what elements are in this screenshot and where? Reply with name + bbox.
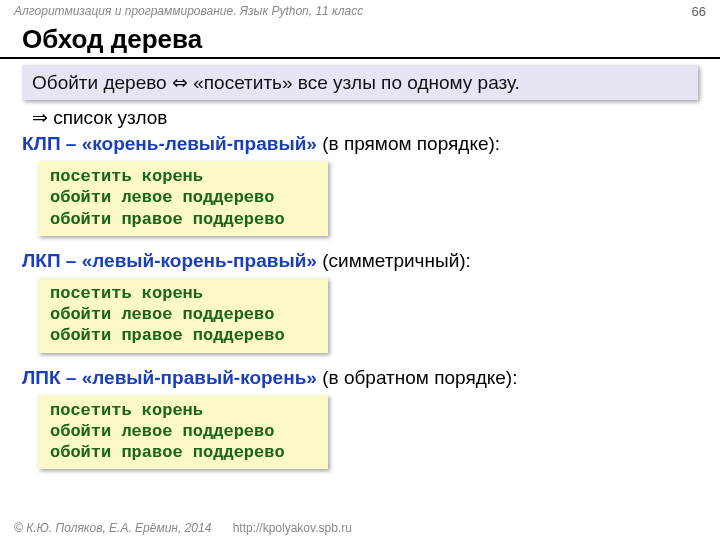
dash: – <box>61 133 82 154</box>
section-heading-klp: КЛП – «корень-левый-правый» (в прямом по… <box>22 133 698 155</box>
code-line: посетить корень <box>50 283 316 304</box>
code-box-lkp: посетить корень обойти левое поддерево о… <box>38 278 328 353</box>
code-line: обойти правое поддерево <box>50 209 316 230</box>
dash: – <box>61 367 82 388</box>
definition-band: Обойти дерево ⇔ «посетить» все узлы по о… <box>22 65 698 100</box>
code-line: обойти левое поддерево <box>50 421 316 442</box>
paren: (в обратном порядке): <box>317 367 518 388</box>
topbar: Алгоритмизация и программирование. Язык … <box>0 0 720 22</box>
footer: © К.Ю. Поляков, Е.А. Ерёмин, 2014 http:/… <box>0 518 720 540</box>
arrow-icon: ⇒ <box>32 106 48 128</box>
code-box-klp: посетить корень обойти левое поддерево о… <box>38 161 328 236</box>
abbr: ЛКП <box>22 250 61 271</box>
slide-content: Обойти дерево ⇔ «посетить» все узлы по о… <box>0 65 720 479</box>
footer-url: http://kpolyakov.spb.ru <box>233 521 352 535</box>
dash: – <box>61 250 82 271</box>
abbr: КЛП <box>22 133 61 154</box>
result-line: ⇒ список узлов <box>32 106 698 129</box>
page-title: Обход дерева <box>0 22 720 59</box>
section-heading-lpk: ЛПК – «левый-правый-корень» (в обратном … <box>22 367 698 389</box>
context-label: Алгоритмизация и программирование. Язык … <box>14 4 363 22</box>
code-line: обойти правое поддерево <box>50 325 316 346</box>
page-number: 66 <box>692 4 706 22</box>
code-line: посетить корень <box>50 400 316 421</box>
code-line: обойти левое поддерево <box>50 187 316 208</box>
desc: «левый-правый-корень» <box>82 367 317 388</box>
section-heading-lkp: ЛКП – «левый-корень-правый» (симметричны… <box>22 250 698 272</box>
paren: (симметричный): <box>317 250 471 271</box>
abbr: ЛПК <box>22 367 61 388</box>
code-box-lpk: посетить корень обойти левое поддерево о… <box>38 395 328 470</box>
copyright: © К.Ю. Поляков, Е.А. Ерёмин, 2014 <box>14 521 211 535</box>
code-line: обойти правое поддерево <box>50 442 316 463</box>
desc: «левый-корень-правый» <box>82 250 317 271</box>
code-line: посетить корень <box>50 166 316 187</box>
result-text: список узлов <box>53 107 167 128</box>
desc: «корень-левый-правый» <box>82 133 317 154</box>
code-line: обойти левое поддерево <box>50 304 316 325</box>
paren: (в прямом порядке): <box>317 133 500 154</box>
